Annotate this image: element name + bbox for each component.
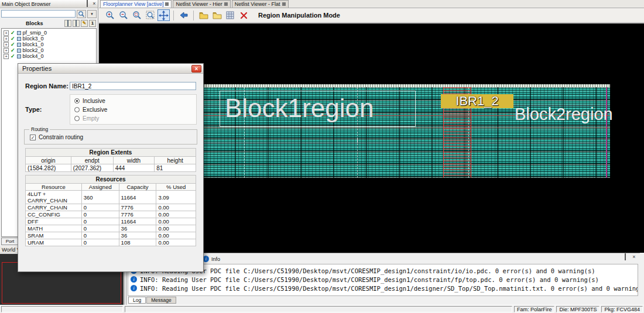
log-output[interactable]: i INFO: Reading User PDC file C:/Users/C… [128, 264, 638, 296]
type-options-group: Inclusive Exclusive Empty [70, 94, 197, 125]
radio-selected-icon[interactable] [74, 98, 80, 104]
pin-icon[interactable] [622, 254, 629, 261]
toolbar-separator [173, 11, 174, 20]
cell-resource: CC_CONFIG [26, 211, 82, 218]
region-ibr1-2[interactable]: IBR1_2 [441, 94, 513, 108]
region-name-input[interactable] [70, 82, 196, 90]
cell-capacity: 7776 [119, 211, 156, 218]
cell-used: 3.09 [156, 191, 196, 204]
region-block2[interactable]: Block2region [515, 105, 613, 124]
region-manipulation-mode-button[interactable] [157, 9, 170, 21]
layout-icon[interactable] [73, 20, 80, 27]
col-header: width [113, 157, 155, 164]
radio-icon[interactable] [74, 107, 80, 112]
zoom-fit-button[interactable] [144, 9, 156, 21]
region-name-label: Region Name: [25, 82, 68, 90]
close-icon[interactable]: × [631, 254, 638, 261]
zoom-in-icon [105, 11, 115, 20]
cell-assigned: 0 [81, 218, 119, 225]
expand-icon[interactable]: + [4, 36, 9, 42]
filter-dropdown[interactable]: ▼ [87, 10, 97, 18]
checkbox-checked-icon[interactable]: ✓ [30, 135, 36, 140]
tab-pin-icon[interactable] [282, 2, 286, 6]
checkbox-checked-icon[interactable]: ✓ [11, 30, 15, 36]
tree-item-pf-smip[interactable]: + ✓ pf_smip_0 [2, 30, 96, 36]
cell-assigned: 0 [81, 225, 119, 232]
cell-resource: URAM [26, 239, 82, 246]
info-tab[interactable]: i Info [203, 256, 220, 262]
region-extents-section: Region Extents origin endpt width height… [25, 148, 196, 172]
tab-pin-icon[interactable] [165, 2, 169, 6]
checkbox-checked-icon[interactable]: ✓ [11, 36, 15, 42]
tab-netlist-viewer-flat[interactable]: Netlist Viewer - Flat [232, 0, 289, 8]
tree-item-block4[interactable]: + ✓ block4_0 [2, 53, 96, 59]
blocks-header-label: Blocks [26, 20, 43, 26]
type-option-empty[interactable]: Empty [74, 114, 196, 123]
back-button[interactable] [177, 9, 190, 21]
tab-pin-icon[interactable] [224, 2, 228, 6]
cell-resource: 4LUT + CARRY_CHAIN [26, 191, 82, 204]
region-extents-row: (1584.282) (2027.362) 444 81 [26, 164, 196, 172]
expand-icon[interactable]: + [4, 30, 9, 36]
sort-icon[interactable]: 1 [89, 20, 96, 27]
resources-table: Resources Resource Assigned Capacity % U… [25, 175, 196, 246]
zoom-in-button[interactable] [104, 9, 116, 21]
log-panel-controls: × [622, 254, 638, 261]
window-icon[interactable] [64, 20, 71, 27]
tab-floorplanner-view[interactable]: Floorplanner View [active] [100, 0, 172, 8]
object-filter-input[interactable] [1, 10, 76, 18]
folder-icon [199, 12, 208, 19]
tab-label: Netlist Viewer - Hier [176, 1, 222, 7]
col-header: endpt [71, 157, 113, 164]
cell-used: 0.00 [156, 218, 196, 225]
checkbox-label: Constrain routing [39, 134, 83, 140]
expand-icon[interactable]: + [4, 54, 9, 59]
new-region-button[interactable] [197, 9, 210, 21]
delete-region-button[interactable] [238, 9, 250, 21]
log-line: i INFO: Reading User PDC file C:/Users/C… [131, 266, 635, 275]
radio-icon[interactable] [74, 116, 80, 121]
tab-netlist-viewer-hier[interactable]: Netlist Viewer - Hier [173, 0, 230, 8]
region-block1[interactable]: Block1region [220, 91, 416, 127]
zoom-window-icon [132, 11, 142, 20]
checkbox-checked-icon[interactable]: ✓ [11, 47, 15, 53]
dialog-titlebar[interactable]: Properties × [18, 64, 203, 74]
info-icon: i [131, 285, 137, 291]
type-option-inclusive[interactable]: Inclusive [74, 97, 196, 105]
cell-capacity: 11664 [119, 218, 156, 225]
open-region-button[interactable] [211, 9, 223, 21]
pin-icon[interactable] [84, 1, 91, 8]
tree-item-block2[interactable]: + ✓ block2_0 [2, 47, 96, 53]
cell-assigned: 0 [81, 232, 119, 239]
log-line: i INFO: Reading User PDC file C:/Users/C… [131, 275, 635, 284]
expand-icon[interactable]: + [4, 48, 9, 53]
col-header: origin [26, 157, 71, 164]
extents-origin: (1584.282) [26, 164, 71, 172]
grid-view-button[interactable] [224, 9, 237, 21]
routing-group: Routing ✓ Constrain routing [24, 129, 197, 145]
resources-title: Resources [26, 176, 196, 184]
cell-assigned: 360 [81, 191, 119, 204]
type-option-exclusive[interactable]: Exclusive [74, 105, 196, 114]
constrain-routing-option[interactable]: ✓ Constrain routing [30, 134, 83, 140]
fabric-right-edge [606, 87, 607, 178]
status-bar: Fam: PolarFire Die: MPF300TS Pkg: FCVG48… [0, 305, 644, 313]
zoom-out-button[interactable] [117, 9, 129, 21]
cell-resource: CARRY_CHAIN [26, 204, 82, 211]
tab-message[interactable]: Message [146, 297, 176, 304]
cell-assigned: 0 [81, 204, 119, 211]
zoom-window-button[interactable] [131, 9, 143, 21]
dialog-close-button[interactable]: × [191, 65, 201, 73]
search-button[interactable] [77, 10, 86, 18]
port-tab[interactable]: Port [1, 238, 19, 245]
cell-used: 0.00 [156, 211, 196, 218]
checkbox-checked-icon[interactable]: ✓ [11, 42, 15, 47]
radio-label: Empty [83, 115, 99, 122]
checkbox-checked-icon[interactable]: ✓ [11, 53, 15, 59]
edit-icon[interactable]: ✎ [81, 20, 88, 27]
tree-item-block1[interactable]: + ✓ block1_0 [2, 42, 96, 47]
expand-icon[interactable]: + [4, 42, 9, 47]
tree-item-block3[interactable]: + ✓ block3_0 [2, 36, 96, 42]
close-icon[interactable]: × [91, 1, 98, 8]
tab-log[interactable]: Log [128, 297, 146, 304]
